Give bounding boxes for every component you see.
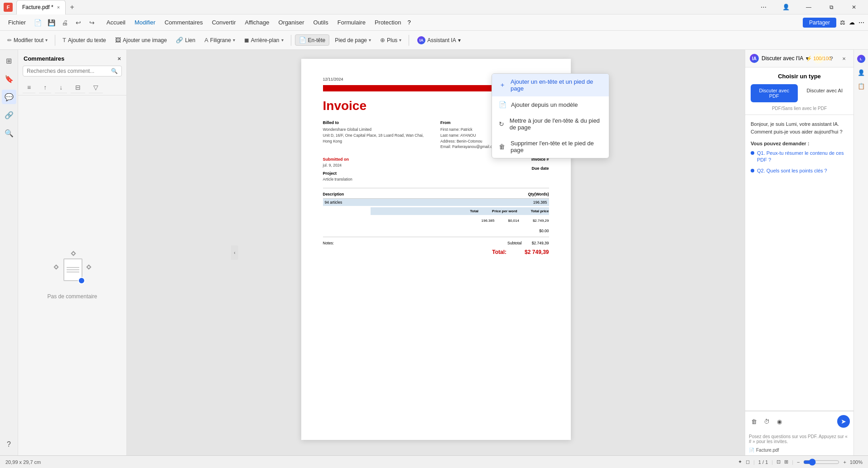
icon-bar-help[interactable]: ?	[2, 437, 16, 452]
restore-button[interactable]: ⧉	[821, 0, 842, 14]
total-label: Total	[470, 209, 479, 213]
assistant-ia-caret: ▾	[458, 37, 461, 43]
ajouter-texte-button[interactable]: T Ajouter du texte	[59, 35, 110, 45]
sidebar-search-bar[interactable]: 🔍	[23, 66, 122, 76]
edge-document-icon[interactable]: 📋	[856, 81, 867, 91]
en-tete-button[interactable]: 📄 En-tête	[295, 34, 330, 46]
ai-record-icon[interactable]: ◉	[774, 416, 784, 426]
toolbar-divider-1	[55, 35, 55, 46]
print-icon[interactable]: 🖨	[58, 16, 71, 29]
zoom-out-icon[interactable]: −	[797, 459, 800, 465]
cursor-tool-icon[interactable]: ✦	[738, 459, 742, 465]
filter-icon[interactable]: ⊟	[71, 82, 85, 93]
fit-width-icon[interactable]: ⊞	[784, 459, 788, 465]
file-icon[interactable]: 📄	[31, 16, 44, 29]
menu-formulaire[interactable]: Formulaire	[333, 17, 370, 28]
tab-close-icon[interactable]: ×	[57, 5, 60, 10]
ai-send-button[interactable]: ➤	[837, 415, 850, 428]
more-menu-icon[interactable]: ⋯	[858, 19, 864, 26]
redo-icon[interactable]: ↪	[86, 16, 98, 29]
ai-help-icon[interactable]: ?	[826, 53, 836, 63]
fichier-menu[interactable]: Fichier	[4, 17, 30, 28]
up-icon[interactable]: ↑	[39, 82, 51, 93]
total-final-label: Total:	[492, 249, 506, 255]
sort-icon[interactable]: ≡	[23, 82, 35, 93]
cloud-icon[interactable]: 💾	[45, 16, 58, 29]
close-button[interactable]: ✕	[844, 0, 864, 14]
menu-accueil[interactable]: Accueil	[102, 17, 130, 28]
share-button[interactable]: Partager	[803, 18, 836, 28]
profile-button[interactable]: 👤	[776, 0, 796, 14]
assistant-ia-button[interactable]: IA Assistant IA ▾	[413, 34, 465, 46]
add-header-footer-icon: ＋	[498, 81, 506, 89]
status-divider-3: |	[792, 459, 793, 465]
ai-chat-section: Bonjour, je suis Lumi, votre assistant I…	[745, 115, 854, 411]
ai-type-section: Choisir un type Discuter avec PDF Discut…	[745, 67, 854, 115]
zoom-in-icon[interactable]: +	[843, 459, 846, 465]
icon-bar-bookmark[interactable]: 🔖	[2, 72, 16, 86]
plus-button[interactable]: ⊕ Plus ▾	[376, 35, 405, 45]
undo-icon[interactable]: ↩	[72, 16, 85, 29]
search-input[interactable]	[27, 68, 108, 74]
zoom-slider[interactable]	[803, 458, 839, 466]
price-word-val: $0,014	[508, 219, 519, 223]
ai-panel-label-button[interactable]: IA Discuter avec l'IA ▾	[750, 54, 809, 63]
dropdown-add-from-template[interactable]: 📄 Ajouter depuis un modèle	[492, 96, 609, 113]
menu-outils[interactable]: Outils	[309, 17, 333, 28]
dropdown-add-header-footer[interactable]: ＋ Ajouter un en-tête et un pied de page	[492, 74, 609, 96]
ai-panel-close-icon[interactable]: ×	[839, 53, 849, 63]
window-controls: ⋯ 👤 — ⧉ ✕	[753, 0, 864, 14]
down-icon[interactable]: ↓	[55, 82, 67, 93]
ai-suggestion-2[interactable]: Q2. Quels sont les points clés ?	[751, 167, 848, 174]
modifier-tout-caret: ▾	[45, 38, 48, 43]
page-dimensions: 20,99 x 29,7 cm	[5, 459, 41, 465]
sidebar-toggle-button[interactable]: ‹	[231, 245, 238, 260]
invoice-item-row: 94 articles 196.385	[323, 198, 549, 206]
edge-person-icon[interactable]: 👤	[856, 67, 867, 78]
icon-bar-comments[interactable]: 💬	[2, 90, 16, 104]
ai-subtype-label: PDF/Sans lien avec le PDF	[751, 106, 848, 111]
settings-button[interactable]: ⋯	[753, 0, 774, 14]
menu-organiser[interactable]: Organiser	[274, 17, 309, 28]
pied-de-page-button[interactable]: Pied de page ▾	[331, 35, 375, 45]
left-icon-bar: ⊞ 🔖 💬 🔗 🔍 ?	[0, 50, 18, 455]
add-tab-button[interactable]: +	[66, 1, 78, 14]
cloud-save-icon[interactable]: ☁	[849, 19, 855, 26]
ai-type-ai-button[interactable]: Discuter avec AI	[801, 84, 849, 102]
menu-affichage[interactable]: Affichage	[240, 17, 274, 28]
icon-bar-link[interactable]: 🔗	[2, 108, 16, 122]
filigrane-button[interactable]: A Filigrane ▾	[201, 35, 239, 45]
menu-commentaires[interactable]: Commentaires	[160, 17, 207, 28]
compare-icon[interactable]: ⚖	[840, 19, 845, 26]
ai-file-reference: 📄 Facture.pdf	[745, 445, 854, 455]
ai-input-hint[interactable]: Posez des questions sur vos PDF. Appuyez…	[745, 431, 854, 445]
fit-page-icon[interactable]: ⊡	[776, 459, 781, 465]
help-icon[interactable]: ?	[407, 19, 410, 26]
tab-bar: Facture.pdf * × +	[16, 0, 753, 14]
arriere-plan-button[interactable]: ◼ Arrière-plan ▾	[241, 35, 287, 45]
ai-bottom-toolbar: 🗑 ⏱ ◉ ➤	[745, 411, 854, 431]
menu-convertir[interactable]: Convertir	[207, 17, 241, 28]
lien-button[interactable]: 🔗 Lien	[172, 35, 199, 45]
edge-lumi-icon[interactable]: L	[856, 53, 867, 64]
dropdown-update-header-footer[interactable]: ↻ Mettre à jour de l'en-tête & du pied d…	[492, 113, 609, 135]
expand-icon[interactable]: ▽	[89, 82, 103, 93]
dropdown-delete-header-footer[interactable]: 🗑 Supprimer l'en-tête et le pied de page	[492, 135, 609, 158]
ai-delete-icon[interactable]: 🗑	[749, 416, 759, 426]
select-tool-icon[interactable]: ◻	[746, 459, 750, 465]
menu-modifier[interactable]: Modifier	[130, 17, 160, 28]
ai-type-pdf-button[interactable]: Discuter avec PDF	[751, 84, 798, 102]
menu-protection[interactable]: Protection	[370, 17, 406, 28]
sidebar-close-icon[interactable]: ×	[117, 55, 121, 62]
header-footer-dropdown[interactable]: ＋ Ajouter un en-tête et un pied de page …	[492, 73, 609, 158]
ai-suggestion-1[interactable]: Q1. Peux-tu résumer le contenu de ces PD…	[751, 150, 848, 164]
active-tab[interactable]: Facture.pdf * ×	[16, 0, 66, 14]
ajouter-image-button[interactable]: 🖼 Ajouter une image	[111, 35, 170, 45]
ai-history-icon[interactable]: ⏱	[762, 416, 772, 426]
modifier-tout-button[interactable]: ✏ Modifier tout ▾	[4, 35, 51, 45]
minimize-button[interactable]: —	[798, 0, 819, 14]
ai-input-area: 🗑 ⏱ ◉ ➤ Posez des questions sur vos PDF.…	[745, 411, 854, 455]
filigrane-caret: ▾	[233, 38, 235, 43]
icon-bar-home[interactable]: ⊞	[2, 53, 16, 68]
icon-bar-search[interactable]: 🔍	[2, 126, 16, 140]
